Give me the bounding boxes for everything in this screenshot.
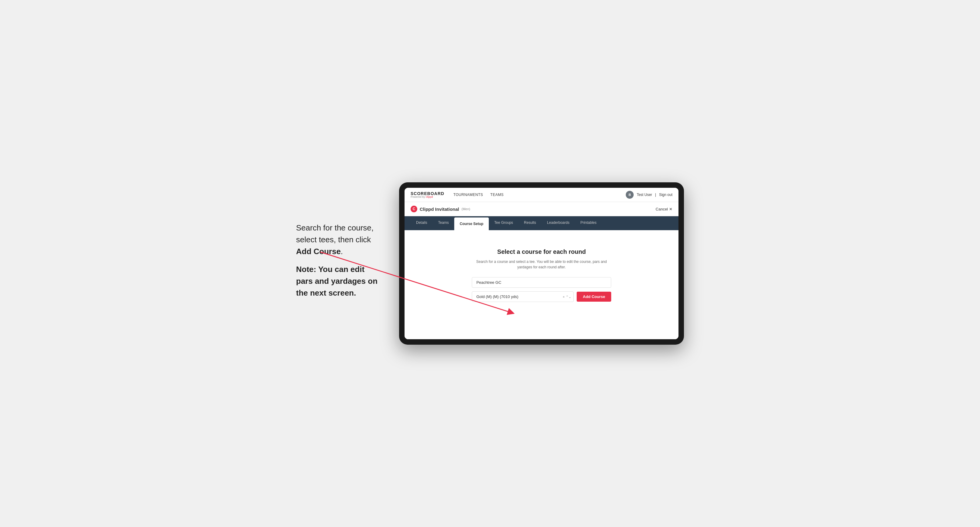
tab-tee-groups[interactable]: Tee Groups [489,216,519,230]
user-avatar: B [626,191,634,199]
tab-details[interactable]: Details [410,216,433,230]
main-content: Select a course for each round Search fo… [404,230,678,339]
tournament-title: C Clippd Invitational (Men) [410,206,470,212]
tab-teams[interactable]: Teams [433,216,454,230]
tournament-header: C Clippd Invitational (Men) Cancel ✕ [404,202,678,216]
logo-title: SCOREBOARD [410,191,444,196]
cancel-button[interactable]: Cancel ✕ [656,207,673,211]
nav-tournaments[interactable]: TOURNAMENTS [453,193,483,197]
top-navigation: SCOREBOARD Powered by clippd TOURNAMENTS… [404,188,678,202]
nav-right: B Test User | Sign out [626,191,673,199]
tab-printables[interactable]: Printables [575,216,602,230]
signout-link[interactable]: Sign out [659,193,673,197]
tablet-screen: SCOREBOARD Powered by clippd TOURNAMENTS… [404,188,678,339]
tournament-name: Clippd Invitational [420,206,459,212]
course-setup-card: Select a course for each round Search fo… [472,248,611,302]
annotation-panel: Search for the course, select tees, then… [296,222,381,305]
logo-subtitle: Powered by clippd [410,196,444,198]
logo: SCOREBOARD Powered by clippd [410,191,444,198]
annotation-note: Note: You can edit pars and yardages on … [296,264,381,299]
nav-teams[interactable]: TEAMS [490,193,504,197]
tab-course-setup[interactable]: Course Setup [454,217,489,230]
tee-select[interactable]: Gold (M) (M) (7010 yds) [472,291,574,302]
tee-select-wrapper: Gold (M) (M) (7010 yds) × ⌃⌄ [472,291,574,302]
tournament-gender: (Men) [461,207,470,211]
separator: | [655,193,656,197]
tablet-frame: SCOREBOARD Powered by clippd TOURNAMENTS… [399,183,684,344]
annotation-instruction: Search for the course, select tees, then… [296,222,381,257]
user-label: Test User [637,193,652,197]
add-course-button[interactable]: Add Course [577,292,611,302]
course-search-input[interactable] [472,277,611,288]
tab-leaderboards[interactable]: Leaderboards [541,216,575,230]
tab-results[interactable]: Results [519,216,541,230]
nav-links: TOURNAMENTS TEAMS [453,193,617,197]
tournament-icon: C [410,206,417,212]
card-description: Search for a course and select a tee. Yo… [472,259,611,270]
tab-navigation: Details Teams Course Setup Tee Groups Re… [404,216,678,230]
card-title: Select a course for each round [472,248,611,255]
tee-select-row: Gold (M) (M) (7010 yds) × ⌃⌄ Add Course [472,291,611,302]
